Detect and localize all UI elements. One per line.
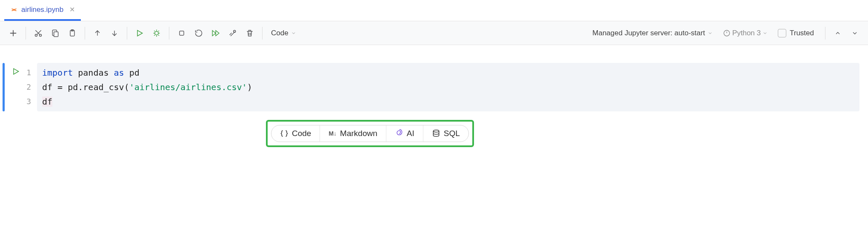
popup-ai-label: AI — [407, 129, 414, 138]
move-up-button[interactable] — [90, 26, 105, 40]
file-tab[interactable]: airlines.ipynb ✕ — [4, 0, 81, 21]
add-markdown-cell-button[interactable]: M↓ Markdown — [320, 125, 385, 142]
line-number: 2 — [24, 80, 31, 94]
braces-icon — [280, 129, 288, 138]
popup-code-label: Code — [292, 129, 311, 138]
add-cell-popup: Code M↓ Markdown AI SQL — [266, 120, 474, 147]
database-icon — [432, 129, 440, 138]
code-editor[interactable]: import pandas as pd df = pd.read_csv('ai… — [37, 63, 859, 111]
svg-point-6 — [155, 31, 158, 34]
add-ai-cell-button[interactable]: AI — [386, 125, 423, 142]
svg-point-13 — [433, 130, 439, 132]
collapse-up-button[interactable] — [831, 26, 845, 40]
run-cell-button[interactable] — [132, 26, 147, 40]
add-cell-button[interactable] — [6, 26, 20, 40]
close-icon[interactable]: ✕ — [69, 6, 75, 14]
file-tab-label: airlines.ipynb — [21, 6, 63, 14]
restart-button[interactable] — [191, 26, 206, 40]
jupyter-icon — [10, 6, 18, 14]
run-all-button[interactable] — [208, 26, 223, 40]
collapse-down-button[interactable] — [848, 26, 862, 40]
kernel-selector[interactable]: Python 3 — [723, 29, 768, 37]
line-number-gutter: 1 2 3 — [24, 63, 37, 111]
trusted-label: Trusted — [790, 29, 814, 37]
delete-cell-button[interactable] — [243, 26, 257, 40]
popup-markdown-label: Markdown — [340, 129, 377, 138]
cell-selection-bar — [3, 63, 5, 111]
line-number: 1 — [24, 65, 31, 80]
clear-outputs-button[interactable] — [226, 26, 240, 40]
svg-marker-5 — [137, 30, 143, 36]
svg-marker-8 — [212, 30, 216, 36]
server-label-text: Managed Jupyter server: auto-start — [592, 29, 705, 37]
svg-marker-9 — [216, 30, 219, 36]
spiral-icon — [395, 129, 403, 138]
cell-type-label: Code — [271, 29, 288, 37]
notebook-toolbar: Code Managed Jupyter server: auto-start … — [0, 21, 868, 45]
svg-marker-12 — [14, 68, 19, 74]
add-code-cell-button[interactable]: Code — [271, 125, 320, 142]
tab-bar: airlines.ipynb ✕ — [0, 0, 868, 21]
svg-rect-2 — [54, 31, 58, 37]
move-down-button[interactable] — [107, 26, 122, 40]
jupyter-server-selector[interactable]: Managed Jupyter server: auto-start — [592, 29, 713, 37]
kernel-label-text: Python 3 — [732, 29, 761, 37]
markdown-icon: M↓ — [328, 130, 337, 137]
line-number: 3 — [24, 94, 31, 109]
trusted-checkbox[interactable] — [778, 29, 786, 37]
chevron-down-icon — [708, 31, 713, 36]
popup-sql-label: SQL — [444, 129, 460, 138]
run-cell-gutter-button[interactable] — [10, 65, 22, 77]
cell-type-selector[interactable]: Code — [268, 27, 300, 39]
power-icon — [723, 29, 731, 37]
debug-cell-button[interactable] — [149, 26, 164, 40]
copy-button[interactable] — [48, 26, 63, 40]
chevron-down-icon — [762, 31, 768, 36]
paste-button[interactable] — [65, 26, 80, 40]
add-sql-cell-button[interactable]: SQL — [423, 125, 468, 142]
code-cell: 1 2 3 import pandas as pd df = pd.read_c… — [0, 63, 868, 111]
cut-button[interactable] — [31, 26, 46, 40]
chevron-down-icon — [291, 31, 296, 36]
interrupt-button[interactable] — [174, 26, 189, 40]
trusted-toggle[interactable]: Trusted — [778, 29, 814, 37]
svg-rect-7 — [180, 31, 184, 35]
svg-point-10 — [234, 30, 236, 32]
